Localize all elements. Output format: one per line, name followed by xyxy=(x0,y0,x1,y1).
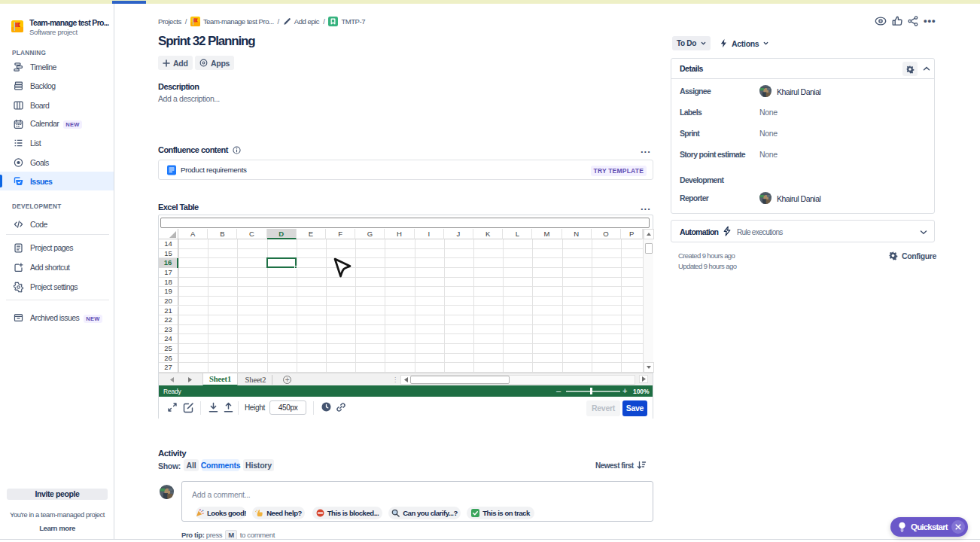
filter-chip-comments[interactable]: Comments xyxy=(202,459,239,471)
field-value-user[interactable]: Khairul Danial xyxy=(759,192,820,206)
sidebar-item-timeline[interactable]: Timeline xyxy=(0,58,114,77)
project-logo[interactable] xyxy=(11,20,23,32)
confluence-page-card[interactable]: Product requirements TRY TEMPLATE xyxy=(158,160,653,180)
breadcrumb-item[interactable]: Projects xyxy=(158,17,181,26)
fill-handle[interactable] xyxy=(294,266,297,269)
edit-icon[interactable] xyxy=(183,402,194,413)
share-icon[interactable] xyxy=(908,16,918,26)
column-header-J[interactable]: J xyxy=(444,229,473,239)
quickstart-close-button[interactable] xyxy=(951,520,965,534)
height-input[interactable]: 450px xyxy=(269,400,306,415)
column-header-C[interactable]: C xyxy=(237,229,266,239)
save-button[interactable]: Save xyxy=(622,400,647,416)
breadcrumb-item[interactable]: Add epic xyxy=(283,17,319,26)
sidebar-item-issues[interactable]: Issues xyxy=(0,172,114,190)
invite-people-button[interactable]: Invite people xyxy=(7,489,108,500)
row-header-17[interactable]: 17 xyxy=(159,268,178,278)
revert-button[interactable]: Revert xyxy=(586,400,620,416)
scrollbar-resize-grip[interactable]: ⋮ xyxy=(392,376,398,383)
row-header-14[interactable]: 14 xyxy=(159,239,178,249)
scroll-down-button[interactable] xyxy=(644,362,654,373)
zoom-out-button[interactable]: – xyxy=(556,386,561,395)
excel-more-button[interactable]: ... xyxy=(641,201,651,212)
column-header-D[interactable]: D xyxy=(267,229,297,239)
quick-reply-this-is-on-track[interactable]: This is on track xyxy=(467,507,534,519)
row-header-18[interactable]: 18 xyxy=(159,278,178,288)
formula-bar-input[interactable] xyxy=(160,218,650,228)
sheet-nav-prev[interactable] xyxy=(170,377,174,384)
row-header-15[interactable]: 15 xyxy=(159,249,178,259)
column-header-K[interactable]: K xyxy=(473,229,503,239)
sidebar-item-archived-issues[interactable]: Archived issuesNEW xyxy=(0,309,114,327)
quick-reply-can-you-clarify[interactable]: Can you clarify...? xyxy=(388,507,461,519)
select-all-corner[interactable] xyxy=(159,229,178,239)
sort-order-button[interactable]: Newest first xyxy=(595,461,647,470)
column-header-N[interactable]: N xyxy=(562,229,592,239)
field-value-user[interactable]: Khairul Danial xyxy=(759,85,820,99)
row-header-24[interactable]: 24 xyxy=(159,334,178,344)
field-value-sprint[interactable]: None xyxy=(759,129,778,138)
sheet-nav-next[interactable] xyxy=(188,377,192,384)
configure-button[interactable]: Configure xyxy=(888,251,936,260)
zoom-slider-thumb[interactable] xyxy=(590,388,592,394)
row-header-16[interactable]: 16 xyxy=(159,258,178,268)
download-icon[interactable] xyxy=(208,402,218,413)
horizontal-scrollbar[interactable] xyxy=(400,375,635,385)
column-header-F[interactable]: F xyxy=(326,229,355,239)
sidebar-item-code[interactable]: Code xyxy=(0,215,114,234)
sidebar-item-goals[interactable]: Goals xyxy=(0,153,114,172)
sidebar-item-board[interactable]: Board xyxy=(0,96,114,114)
sidebar-item-add-shortcut[interactable]: Add shortcut xyxy=(0,258,114,277)
link-icon[interactable] xyxy=(336,402,346,413)
watch-icon[interactable] xyxy=(875,16,887,26)
quick-reply-this-is-blocked[interactable]: This is blocked... xyxy=(312,507,382,519)
row-header-19[interactable]: 19 xyxy=(159,287,178,297)
vertical-scroll-thumb[interactable] xyxy=(645,243,653,254)
description-placeholder[interactable]: Add a description... xyxy=(158,94,220,103)
vertical-scrollbar[interactable] xyxy=(643,229,653,373)
avatar[interactable] xyxy=(160,485,174,499)
row-header-27[interactable]: 27 xyxy=(159,363,178,373)
comment-box[interactable]: Add a comment... Looks good!Need help?Th… xyxy=(181,481,653,522)
column-header-O[interactable]: O xyxy=(592,229,621,239)
automation-panel[interactable]: Automation Rule executions xyxy=(671,220,935,242)
scroll-right-button[interactable] xyxy=(639,375,648,383)
column-header-P[interactable]: P xyxy=(621,229,643,239)
sidebar-item-project-pages[interactable]: Project pages xyxy=(0,239,114,257)
sidebar-item-project-settings[interactable]: Project settings xyxy=(0,278,114,297)
column-header-I[interactable]: I xyxy=(415,229,444,239)
row-header-25[interactable]: 25 xyxy=(159,344,178,354)
row-header-20[interactable]: 20 xyxy=(159,297,178,306)
zoom-slider-track[interactable] xyxy=(566,391,620,392)
column-header-E[interactable]: E xyxy=(297,229,326,239)
quick-reply-looks-good[interactable]: Looks good! xyxy=(196,507,246,519)
sidebar-item-calendar[interactable]: CalendarNEW xyxy=(0,114,114,133)
confluence-more-button[interactable]: ... xyxy=(641,144,651,155)
spreadsheet-grid[interactable]: 1415161718192021222324252627 xyxy=(159,239,643,373)
zoom-in-button[interactable]: + xyxy=(622,386,627,395)
status-dropdown[interactable]: To Do xyxy=(672,36,711,50)
expand-icon[interactable] xyxy=(167,402,178,413)
add-sheet-button[interactable]: + xyxy=(283,376,291,384)
sheet-tab-sheet2[interactable]: Sheet2 xyxy=(238,373,273,386)
filter-chip-all[interactable]: All xyxy=(184,459,199,471)
filter-chip-history[interactable]: History xyxy=(243,459,274,471)
try-template-button[interactable]: TRY TEMPLATE xyxy=(591,166,647,176)
column-header-M[interactable]: M xyxy=(532,229,562,239)
scroll-up-button[interactable] xyxy=(644,229,654,239)
row-header-21[interactable]: 21 xyxy=(159,306,178,316)
column-header-A[interactable]: A xyxy=(178,229,208,239)
scroll-left-button[interactable] xyxy=(401,376,410,384)
apps-button[interactable]: Apps xyxy=(195,56,234,70)
column-header-H[interactable]: H xyxy=(385,229,414,239)
field-value-labels[interactable]: None xyxy=(759,108,778,117)
horizontal-scroll-thumb[interactable] xyxy=(410,376,510,384)
quickstart-button[interactable]: Quickstart xyxy=(890,517,968,537)
like-icon[interactable] xyxy=(892,16,902,26)
history-icon[interactable] xyxy=(321,402,331,412)
details-gear-button[interactable] xyxy=(902,62,918,76)
row-header-26[interactable]: 26 xyxy=(159,354,178,364)
field-value-story-point-estimate[interactable]: None xyxy=(759,150,778,159)
column-header-B[interactable]: B xyxy=(208,229,237,239)
sidebar-item-list[interactable]: List xyxy=(0,134,114,153)
